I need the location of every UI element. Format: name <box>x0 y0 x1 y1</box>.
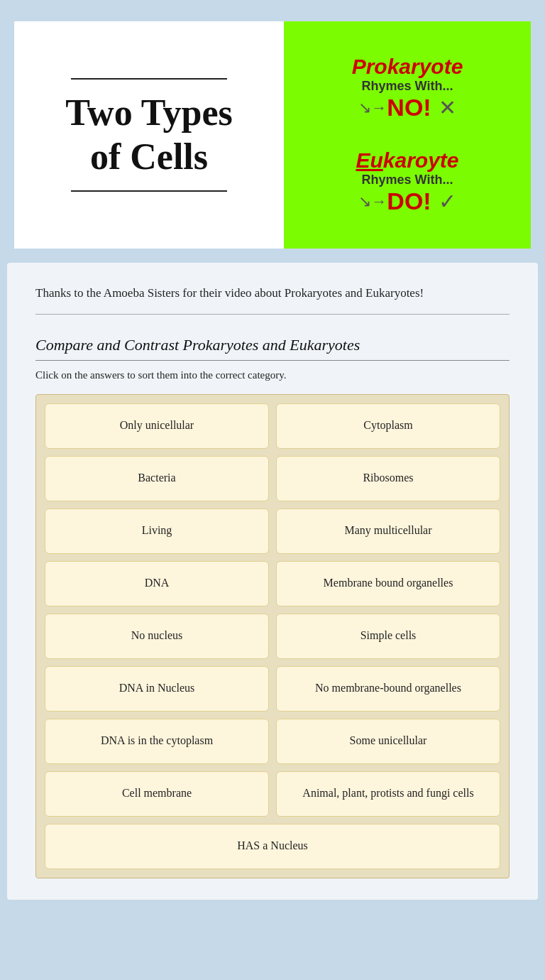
answer-membrane-bound-organelles[interactable]: Membrane bound organelles <box>276 561 500 606</box>
eukaryote-answer-row: ↘→ DO! ✓ <box>358 187 456 215</box>
instruction-text: Click on the answers to sort them into t… <box>35 369 510 381</box>
prokaryote-rhymes-label: Rhymes With... <box>362 79 453 94</box>
prokaryote-answer: NO! <box>387 94 431 121</box>
page-title: Two Types of Cells <box>65 91 233 180</box>
check-icon: ✓ <box>439 189 456 214</box>
bottom-decorative-line <box>71 190 227 192</box>
answer-bacteria[interactable]: Bacteria <box>45 456 269 501</box>
answers-grid: Only unicellular Cytoplasm Bacteria Ribo… <box>35 394 510 878</box>
cross-icon: ✕ <box>439 95 456 120</box>
prokaryote-block: Prokaryote Rhymes With... ↘→ NO! ✕ <box>352 55 463 121</box>
top-decorative-line <box>71 78 227 80</box>
attribution-text: Thanks to the Amoeba Sisters for their v… <box>35 284 510 315</box>
eukaryote-rhymes-label: Rhymes With... <box>362 173 453 187</box>
eukaryote-block: EuEukaryotekaroyte Rhymes With... ↘→ DO!… <box>356 148 458 215</box>
answer-dna-in-cytoplasm[interactable]: DNA is in the cytoplasm <box>45 719 269 764</box>
answer-no-nucleus[interactable]: No nucleus <box>45 614 269 659</box>
answer-no-membrane-bound-organelles[interactable]: No membrane-bound organelles <box>276 666 500 712</box>
section-title: Compare and Contrast Prokaryotes and Euk… <box>35 336 510 361</box>
eukaryote-word: EuEukaryotekaroyte <box>356 148 458 173</box>
prokaryote-word: Prokaryote <box>352 55 463 79</box>
answer-dna-in-nucleus[interactable]: DNA in Nucleus <box>45 666 269 712</box>
answer-cell-membrane[interactable]: Cell membrane <box>45 771 269 817</box>
header-section: Two Types of Cells Prokaryote Rhymes Wit… <box>0 0 545 263</box>
main-content: Thanks to the Amoeba Sisters for their v… <box>7 263 538 900</box>
answer-living[interactable]: Living <box>45 508 269 554</box>
answer-many-multicellular[interactable]: Many multicellular <box>276 508 500 554</box>
answer-dna[interactable]: DNA <box>45 561 269 606</box>
answer-cytoplasm[interactable]: Cytoplasm <box>276 403 500 449</box>
title-card: Two Types of Cells <box>14 21 284 249</box>
answer-only-unicellular[interactable]: Only unicellular <box>45 403 269 449</box>
prokaryote-answer-row: ↘→ NO! ✕ <box>358 94 456 121</box>
answer-has-a-nucleus[interactable]: HAS a Nucleus <box>45 824 500 869</box>
rhyme-card: Prokaryote Rhymes With... ↘→ NO! ✕ EuEuk… <box>284 21 531 249</box>
answer-simple-cells[interactable]: Simple cells <box>276 614 500 659</box>
eukaryote-answer: DO! <box>387 187 431 215</box>
answer-ribosomes[interactable]: Ribosomes <box>276 456 500 501</box>
answer-animal-plant-protists[interactable]: Animal, plant, protists and fungi cells <box>276 771 500 817</box>
answer-some-unicellular[interactable]: Some unicellular <box>276 719 500 764</box>
